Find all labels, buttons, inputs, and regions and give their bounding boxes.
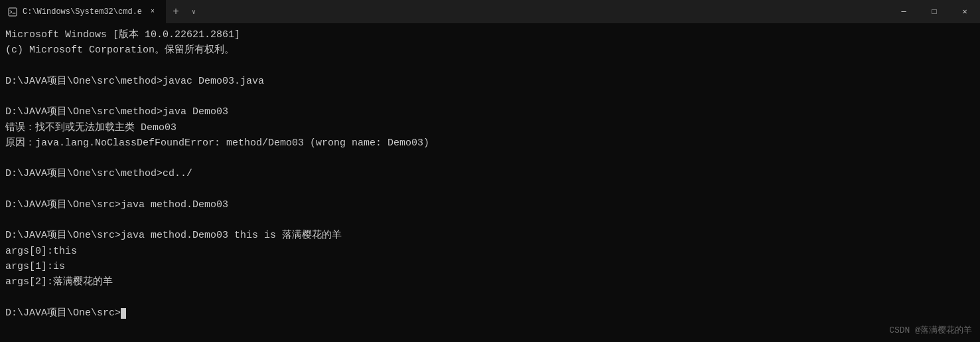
title-bar: C:\Windows\System32\cmd.e × + ∨ — □ ✕	[0, 0, 980, 23]
terminal-line	[5, 151, 975, 166]
terminal-line: D:\JAVA项目\One\src\method>java Demo03	[5, 104, 975, 120]
new-tab-button[interactable]: +	[166, 2, 186, 22]
minimize-button[interactable]: —	[888, 0, 919, 23]
svg-rect-0	[9, 8, 17, 16]
terminal-line: args[2]:落满樱花的羊	[5, 274, 975, 290]
terminal-line: D:\JAVA项目\One\src\method>javac Demo03.ja…	[5, 74, 975, 89]
terminal-window: C:\Windows\System32\cmd.e × + ∨ — □ ✕ Mi…	[0, 0, 980, 342]
terminal-prompt-line: D:\JAVA项目\One\src>	[5, 305, 975, 321]
terminal-line	[5, 89, 975, 104]
terminal-line: 原因：java.lang.NoClassDefFoundError: metho…	[5, 135, 975, 151]
dropdown-button[interactable]: ∨	[186, 4, 202, 20]
close-button[interactable]: ✕	[949, 0, 980, 23]
terminal-line: args[0]:this	[5, 244, 975, 259]
terminal-line: D:\JAVA项目\One\src\method>cd../	[5, 166, 975, 181]
tab-area: C:\Windows\System32\cmd.e × + ∨	[0, 0, 888, 23]
cursor	[121, 308, 126, 319]
terminal-line: args[1]:is	[5, 259, 975, 274]
terminal-line: 错误：找不到或无法加载主类 Demo03	[5, 120, 975, 135]
terminal-content[interactable]: Microsoft Windows [版本 10.0.22621.2861] (…	[0, 23, 980, 342]
terminal-line	[5, 290, 975, 305]
terminal-line	[5, 182, 975, 197]
maximize-button[interactable]: □	[919, 0, 949, 23]
terminal-line: (c) Microsoft Corporation。保留所有权利。	[5, 43, 975, 58]
watermark: CSDN @落满樱花的羊	[889, 325, 972, 337]
terminal-line: D:\JAVA项目\One\src>java method.Demo03	[5, 197, 975, 213]
terminal-icon	[8, 7, 17, 17]
active-tab[interactable]: C:\Windows\System32\cmd.e ×	[0, 0, 166, 23]
terminal-line: Microsoft Windows [版本 10.0.22621.2861]	[5, 27, 975, 43]
tab-close-button[interactable]: ×	[147, 7, 158, 17]
terminal-line	[5, 58, 975, 74]
tab-label: C:\Windows\System32\cmd.e	[23, 7, 142, 17]
terminal-line	[5, 213, 975, 228]
window-controls: — □ ✕	[888, 0, 980, 23]
terminal-line: D:\JAVA项目\One\src>java method.Demo03 thi…	[5, 228, 975, 243]
